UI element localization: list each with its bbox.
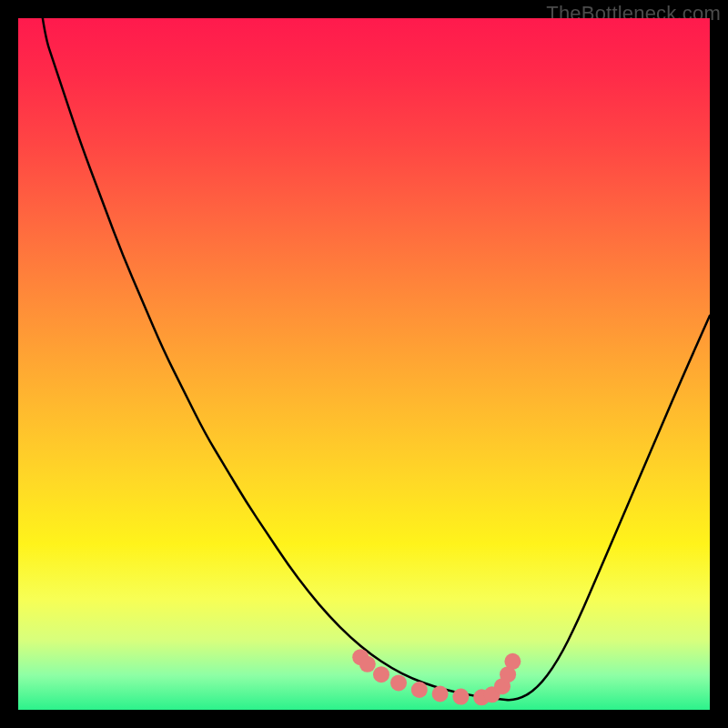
- sweet-spot-dot: [373, 666, 389, 682]
- sweet-spot-dot: [432, 686, 449, 703]
- sweet-spot-dot: [504, 653, 521, 670]
- chart-container: TheBottleneck.com: [0, 0, 728, 728]
- sweet-spot-dot: [452, 689, 469, 705]
- sweet-spot-dot: [359, 656, 376, 672]
- bottleneck-curve: [18, 0, 710, 700]
- sweet-spot-markers: [352, 649, 521, 705]
- chart-svg: [18, 18, 710, 710]
- sweet-spot-dot: [411, 682, 428, 698]
- sweet-spot-dot: [390, 674, 407, 691]
- plot-area: [18, 18, 710, 710]
